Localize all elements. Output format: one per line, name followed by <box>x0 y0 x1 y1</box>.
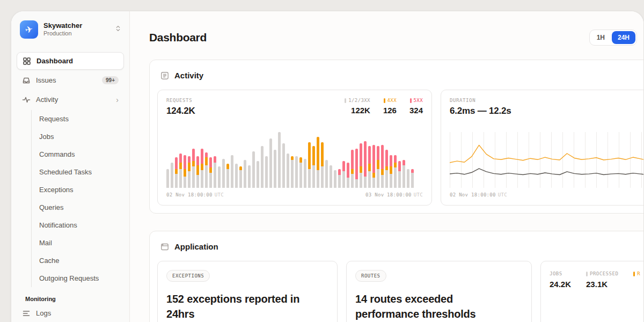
page-header: Dashboard 1H 24H <box>130 11 643 60</box>
activity-feed-icon <box>160 71 169 80</box>
bar <box>222 159 225 188</box>
chevron-right-icon: › <box>116 96 119 104</box>
duration-line-chart <box>450 132 644 188</box>
duration-metric: DURATION 6.2ms — 12.2s <box>450 98 511 116</box>
bar <box>201 149 203 188</box>
subnav-item-requests[interactable]: Requests <box>39 110 124 128</box>
bar <box>299 157 302 188</box>
bar <box>291 156 294 188</box>
pulse-icon <box>22 96 31 104</box>
bar <box>248 165 251 188</box>
sidebar-item-issues[interactable]: Issues 99+ <box>17 71 124 89</box>
logs-icon <box>22 309 31 318</box>
stat-released: R <box>633 271 640 289</box>
sidebar-item-activity[interactable]: Activity › <box>17 91 124 108</box>
workspace-name: Skywatcher <box>43 21 109 30</box>
bar <box>338 169 341 188</box>
bar <box>321 142 324 188</box>
chevron-up-down-icon <box>114 25 122 34</box>
app-logo: ✈ <box>20 20 38 39</box>
chart-time-end: 03 Nov 18:00:00UTC <box>365 192 423 197</box>
orange-bar-icon <box>384 98 385 103</box>
chart-time-start: 02 Nov 18:00:00UTC <box>166 192 224 197</box>
bar <box>175 157 178 188</box>
sidebar-item-logs[interactable]: Logs <box>17 304 124 322</box>
legend-item-5xx: 5XX 324 <box>409 98 423 116</box>
bar <box>184 155 186 188</box>
stat-jobs: JOBS 24.2K <box>550 271 571 289</box>
routes-summary-card[interactable]: ROUTES 14 routes exceeded performance th… <box>346 261 532 322</box>
bar <box>398 161 401 188</box>
issues-count-badge: 99+ <box>102 76 119 84</box>
bar <box>304 159 306 188</box>
bar <box>252 151 255 188</box>
grid-icon <box>23 57 31 65</box>
bar <box>402 160 405 188</box>
section-title: Application <box>174 242 218 251</box>
bar <box>368 146 371 188</box>
bar <box>394 155 397 188</box>
sidebar-item-dashboard[interactable]: Dashboard <box>17 52 124 70</box>
subnav-item-scheduled-tasks[interactable]: Scheduled Tasks <box>39 163 124 181</box>
bar <box>385 150 388 188</box>
bar <box>265 156 268 188</box>
airplane-icon: ✈ <box>24 23 34 36</box>
subnav-item-outgoing-requests[interactable]: Outgoing Requests <box>39 269 124 287</box>
exceptions-headline: 152 exceptions reported in 24hrs <box>166 291 327 321</box>
bar <box>188 156 191 188</box>
duration-chart-card: DURATION 6.2ms — 12.2s 02 Nov 18:00:00UT… <box>441 90 644 206</box>
bar <box>235 164 238 188</box>
legend-item-4xx: 4XX 126 <box>383 98 397 116</box>
bar <box>205 152 208 188</box>
requests-bars-chart <box>166 132 423 188</box>
subnav-item-notifications[interactable]: Notifications <box>39 216 124 234</box>
subnav-item-queries[interactable]: Queries <box>39 199 124 216</box>
activity-subnav: Requests Jobs Commands Scheduled Tasks E… <box>31 110 124 287</box>
bar <box>334 170 336 188</box>
bar <box>347 163 349 188</box>
bar <box>218 166 221 188</box>
stat-processed: PROCESSED 23.1K <box>586 271 618 289</box>
bar <box>377 146 379 188</box>
subnav-item-cache[interactable]: Cache <box>39 252 124 269</box>
sidebar-item-label: Dashboard <box>36 57 73 65</box>
duration-lines-svg <box>450 132 644 188</box>
range-24h-button[interactable]: 24H <box>612 31 635 44</box>
routes-badge: ROUTES <box>355 270 386 282</box>
bar <box>171 163 173 188</box>
gray-bar-icon <box>345 98 346 103</box>
bar <box>269 138 272 188</box>
bar <box>372 145 375 188</box>
bar <box>407 169 409 188</box>
page-title: Dashboard <box>149 31 207 44</box>
subnav-item-commands[interactable]: Commands <box>39 145 124 163</box>
bar <box>179 153 182 188</box>
bar <box>342 161 345 188</box>
bar <box>282 143 285 188</box>
section-title: Activity <box>174 71 203 80</box>
duration-label: DURATION <box>450 98 511 103</box>
sidebar-item-label: Logs <box>36 309 51 317</box>
application-window-icon <box>160 243 169 251</box>
bar <box>287 153 289 188</box>
requests-value: 124.2K <box>166 106 195 116</box>
bar <box>226 164 229 188</box>
orange-bar-icon <box>633 272 635 276</box>
sidebar-item-label: Activity <box>36 96 58 104</box>
routes-headline: 14 routes exceeded performance threshold… <box>355 291 516 321</box>
bar <box>231 155 233 188</box>
bar <box>257 161 259 188</box>
jobs-summary-card[interactable]: JOBS 24.2K PROCESSED 23.1K R <box>540 261 644 322</box>
range-1h-button[interactable]: 1H <box>591 31 611 44</box>
workspace-switcher[interactable]: ✈ Skywatcher Production <box>11 11 129 47</box>
monitoring-section-heading: Monitoring <box>25 296 121 302</box>
bar <box>239 166 242 188</box>
gray-bar-icon <box>586 272 588 276</box>
subnav-item-jobs[interactable]: Jobs <box>39 128 124 145</box>
exceptions-summary-card[interactable]: EXCEPTIONS 152 exceptions reported in 24… <box>157 261 338 322</box>
workspace-meta: Skywatcher Production <box>43 21 109 38</box>
bar <box>364 141 367 188</box>
subnav-item-mail[interactable]: Mail <box>39 234 124 252</box>
subnav-item-exceptions[interactable]: Exceptions <box>39 181 124 199</box>
application-section-header: Application <box>160 242 644 251</box>
